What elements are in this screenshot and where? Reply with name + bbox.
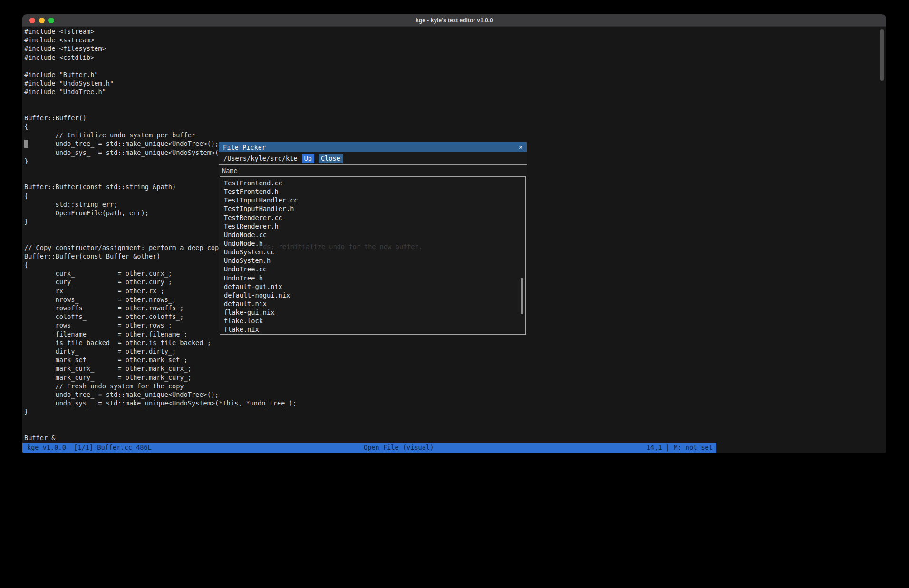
code-line xyxy=(24,62,297,70)
file-list-item[interactable]: flake.lock xyxy=(220,317,525,325)
window-title: kge - kyle's text editor v1.0.0 xyxy=(416,17,493,24)
statusbar-mode: Open File (visual) xyxy=(364,443,434,453)
file-list-item[interactable]: UndoNode.h xyxy=(220,239,525,248)
code-line: #include <sstream> xyxy=(24,36,297,44)
code-line xyxy=(24,96,297,105)
file-list-item[interactable]: flake-gui.nix xyxy=(220,308,525,317)
file-list-item[interactable]: UndoTree.h xyxy=(220,274,525,282)
statusbar: kge v1.0.0 [1/1] Buffer.cc 486L Open Fil… xyxy=(22,443,716,453)
file-list-item[interactable]: TestFrontend.h xyxy=(220,187,525,196)
code-line: // Fresh undo system for the copy xyxy=(24,382,297,390)
file-list-item[interactable]: UndoNode.cc xyxy=(220,231,525,239)
editor-window: kge - kyle's text editor v1.0.0 #include… xyxy=(22,14,886,453)
file-picker-titlebar: File Picker ✕ xyxy=(219,142,527,152)
file-list-scrollbar-thumb[interactable] xyxy=(521,278,523,314)
code-line: // Initialize undo system per buffer xyxy=(24,131,297,139)
zoom-window-button[interactable] xyxy=(48,18,54,23)
code-line: } xyxy=(24,407,297,416)
file-list: TestFrontend.ccTestFrontend.hTestInputHa… xyxy=(220,176,526,335)
file-list-item[interactable]: default-nogui.nix xyxy=(220,291,525,299)
code-line: #include "Buffer.h" xyxy=(24,70,297,79)
window-controls xyxy=(29,14,54,26)
close-window-button[interactable] xyxy=(29,18,35,23)
code-line: #include "UndoSystem.h" xyxy=(24,79,297,87)
statusbar-position: 14,1 | M: not set xyxy=(647,443,713,453)
file-list-item[interactable]: TestFrontend.cc xyxy=(220,179,525,187)
editor-scrollbar-thumb[interactable] xyxy=(880,29,884,81)
titlebar: kge - kyle's text editor v1.0.0 xyxy=(22,14,886,27)
up-button[interactable]: Up xyxy=(302,154,314,163)
code-line: dirty_ = other.dirty_; xyxy=(24,347,297,356)
close-button[interactable]: Close xyxy=(319,154,343,163)
column-header-name: Name xyxy=(219,165,527,176)
file-picker-title: File Picker xyxy=(223,144,266,151)
code-line: undo_tree_ = std::make_unique<UndoTree>(… xyxy=(24,390,297,399)
screen: { "window": { "title": "kge - kyle's tex… xyxy=(0,0,909,588)
code-line: mark_set_ = other.mark_set_; xyxy=(24,356,297,364)
dialog-close-button[interactable]: ✕ xyxy=(519,144,522,151)
code-line: { xyxy=(24,122,297,131)
code-line: undo_sys_ = std::make_unique<UndoSystem>… xyxy=(24,399,297,407)
code-line: #include "UndoTree.h" xyxy=(24,87,297,96)
file-list-item[interactable]: UndoSystem.cc xyxy=(220,248,525,256)
code-line: #include <fstream> xyxy=(24,27,297,36)
file-list-item[interactable]: default-gui.nix xyxy=(220,282,525,291)
code-line: #include <filesystem> xyxy=(24,44,297,53)
file-list-item[interactable]: TestRenderer.cc xyxy=(220,213,525,222)
file-list-item[interactable]: default.nix xyxy=(220,299,525,308)
code-line: mark_cury_ = other.mark_cury_; xyxy=(24,373,297,382)
file-picker-dialog: File Picker ✕ /Users/kyle/src/kte Up Clo… xyxy=(219,142,527,336)
code-line: is_file_backed_ = other.is_file_backed_; xyxy=(24,338,297,347)
file-list-item[interactable]: UndoTree.cc xyxy=(220,265,525,273)
code-line: Buffer::Buffer() xyxy=(24,114,297,122)
path-row: /Users/kyle/src/kte Up Close xyxy=(219,152,527,165)
code-line xyxy=(24,105,297,114)
file-list-item[interactable]: TestInputHandler.cc xyxy=(220,196,525,204)
statusbar-left: kge v1.0.0 [1/1] Buffer.cc 486L xyxy=(27,443,152,453)
minimize-window-button[interactable] xyxy=(39,18,45,23)
cursor-block xyxy=(24,140,28,148)
code-line: Buffer & xyxy=(24,434,297,442)
file-list-item[interactable]: TestRenderer.h xyxy=(220,222,525,231)
file-list-item[interactable]: UndoSystem.h xyxy=(220,256,525,265)
code-line xyxy=(24,416,297,424)
code-line xyxy=(24,425,297,434)
file-list-item[interactable]: TestInputHandler.h xyxy=(220,204,525,213)
file-list-item[interactable]: flake.nix xyxy=(220,325,525,334)
code-line: mark_curx_ = other.mark_curx_; xyxy=(24,364,297,373)
current-path: /Users/kyle/src/kte xyxy=(223,154,298,162)
code-line: #include <cstdlib> xyxy=(24,53,297,62)
